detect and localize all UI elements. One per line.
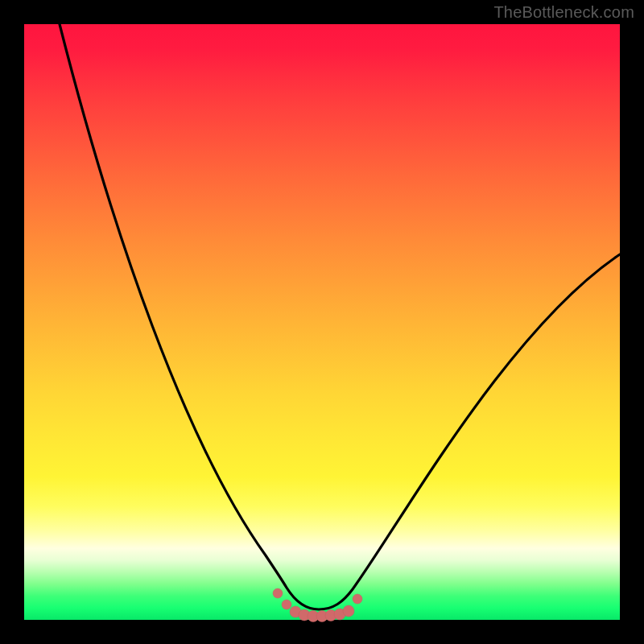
bottleneck-curve [60,24,620,609]
marker-dot [343,605,354,617]
bottleneck-curve-svg [24,24,620,620]
marker-dot [282,600,291,609]
marker-dot [273,588,283,598]
plot-area [24,24,620,620]
watermark-text: TheBottleneck.com [493,3,634,22]
marker-dot [353,594,362,604]
chart-stage: TheBottleneck.com [0,0,644,644]
